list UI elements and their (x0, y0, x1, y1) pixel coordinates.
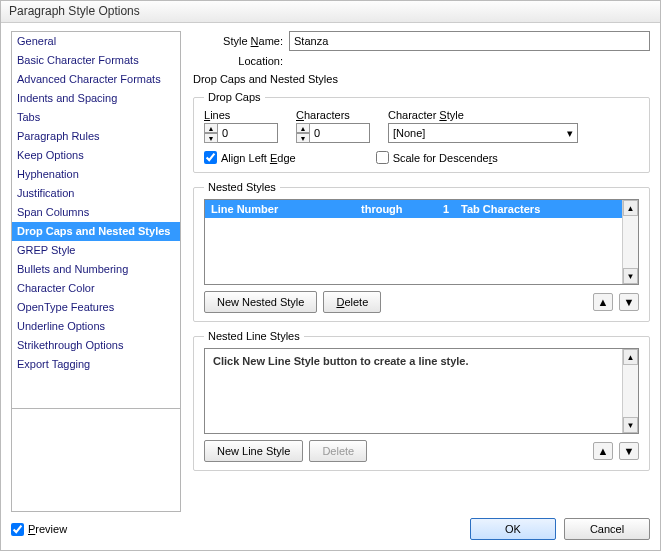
nested-styles-group: Nested Styles Line Number through 1 Tab … (193, 181, 650, 322)
chars-step-up[interactable]: ▲ (296, 123, 310, 133)
new-nested-style-button[interactable]: New Nested Style (204, 291, 317, 313)
nested-style-row[interactable]: Line Number through 1 Tab Characters (205, 200, 622, 218)
drop-caps-legend: Drop Caps (204, 91, 265, 103)
ok-button[interactable]: OK (470, 518, 556, 540)
move-up-button[interactable]: ▲ (593, 293, 613, 311)
scale-descenders-label: Scale for Descenders (393, 152, 498, 164)
align-left-edge-input[interactable] (204, 151, 217, 164)
title-bar: Paragraph Style Options (1, 1, 660, 23)
style-name-input[interactable] (289, 31, 650, 51)
character-style-label: Character Style (388, 109, 639, 121)
window-title: Paragraph Style Options (9, 4, 140, 18)
content-area: GeneralBasic Character FormatsAdvanced C… (1, 23, 660, 512)
new-line-style-button[interactable]: New Line Style (204, 440, 303, 462)
sidebar-item[interactable]: Drop Caps and Nested Styles (12, 222, 180, 241)
main-panel: Style Name: Location: Drop Caps and Nest… (193, 31, 650, 512)
preview-checkbox[interactable]: Preview (11, 523, 67, 536)
sidebar-item[interactable]: Hyphenation (12, 165, 180, 184)
preview-label: Preview (28, 523, 67, 535)
lines-label: Lines (204, 109, 278, 121)
sidebar-item[interactable]: Span Columns (12, 203, 180, 222)
line-styles-scrollbar[interactable]: ▲ ▼ (622, 349, 638, 433)
delete-line-style-button: Delete (309, 440, 367, 462)
lines-input[interactable] (218, 123, 278, 143)
panel-title: Drop Caps and Nested Styles (193, 73, 650, 85)
scale-descenders-checkbox[interactable]: Scale for Descenders (376, 151, 498, 164)
sidebar-item[interactable]: Bullets and Numbering (12, 260, 180, 279)
characters-input[interactable] (310, 123, 370, 143)
sidebar: GeneralBasic Character FormatsAdvanced C… (11, 31, 181, 512)
category-list[interactable]: GeneralBasic Character FormatsAdvanced C… (11, 31, 181, 409)
dialog-window: Paragraph Style Options GeneralBasic Cha… (0, 0, 661, 551)
sidebar-item[interactable]: Export Tagging (12, 355, 180, 374)
align-left-edge-checkbox[interactable]: Align Left Edge (204, 151, 296, 164)
style-name-label: Style Name: (193, 35, 289, 47)
nested-line-styles-group: Nested Line Styles Click New Line Style … (193, 330, 650, 471)
nested-styles-list[interactable]: Line Number through 1 Tab Characters ▲ ▼ (204, 199, 639, 285)
sidebar-item[interactable]: Basic Character Formats (12, 51, 180, 70)
sidebar-item[interactable]: Paragraph Rules (12, 127, 180, 146)
cancel-button[interactable]: Cancel (564, 518, 650, 540)
lines-step-up[interactable]: ▲ (204, 123, 218, 133)
sidebar-item[interactable]: General (12, 32, 180, 51)
character-style-dropdown[interactable]: [None] ▾ (388, 123, 578, 143)
sidebar-item[interactable]: Keep Options (12, 146, 180, 165)
sidebar-item[interactable]: OpenType Features (12, 298, 180, 317)
move-up-button[interactable]: ▲ (593, 442, 613, 460)
scroll-up-icon[interactable]: ▲ (623, 200, 638, 216)
align-left-edge-label: Align Left Edge (221, 152, 296, 164)
ns-col-style: Line Number (211, 203, 361, 215)
sidebar-item[interactable]: GREP Style (12, 241, 180, 260)
nested-line-styles-hint: Click New Line Style button to create a … (205, 349, 622, 373)
nested-styles-scrollbar[interactable]: ▲ ▼ (622, 200, 638, 284)
sidebar-item[interactable]: Advanced Character Formats (12, 70, 180, 89)
drop-caps-group: Drop Caps Lines ▲ ▼ Characters (193, 91, 650, 173)
character-style-value: [None] (393, 127, 425, 139)
preview-area (11, 409, 181, 512)
sidebar-item[interactable]: Character Color (12, 279, 180, 298)
characters-label: Characters (296, 109, 370, 121)
chevron-down-icon: ▾ (567, 127, 573, 140)
scroll-up-icon[interactable]: ▲ (623, 349, 638, 365)
nested-line-styles-list[interactable]: Click New Line Style button to create a … (204, 348, 639, 434)
dialog-footer: Preview OK Cancel (1, 512, 660, 550)
move-down-button[interactable]: ▼ (619, 293, 639, 311)
sidebar-item[interactable]: Strikethrough Options (12, 336, 180, 355)
chars-step-down[interactable]: ▼ (296, 133, 310, 143)
sidebar-item[interactable]: Indents and Spacing (12, 89, 180, 108)
scale-descenders-input[interactable] (376, 151, 389, 164)
sidebar-item[interactable]: Tabs (12, 108, 180, 127)
nested-styles-legend: Nested Styles (204, 181, 280, 193)
ns-col-count: 1 (431, 203, 461, 215)
move-down-button[interactable]: ▼ (619, 442, 639, 460)
location-label: Location: (193, 55, 289, 67)
ns-col-through: through (361, 203, 431, 215)
nested-line-styles-legend: Nested Line Styles (204, 330, 304, 342)
scroll-down-icon[interactable]: ▼ (623, 417, 638, 433)
scroll-down-icon[interactable]: ▼ (623, 268, 638, 284)
preview-input[interactable] (11, 523, 24, 536)
sidebar-item[interactable]: Justification (12, 184, 180, 203)
delete-nested-style-button[interactable]: Delete (323, 291, 381, 313)
lines-step-down[interactable]: ▼ (204, 133, 218, 143)
ns-col-delim: Tab Characters (461, 203, 616, 215)
sidebar-item[interactable]: Underline Options (12, 317, 180, 336)
